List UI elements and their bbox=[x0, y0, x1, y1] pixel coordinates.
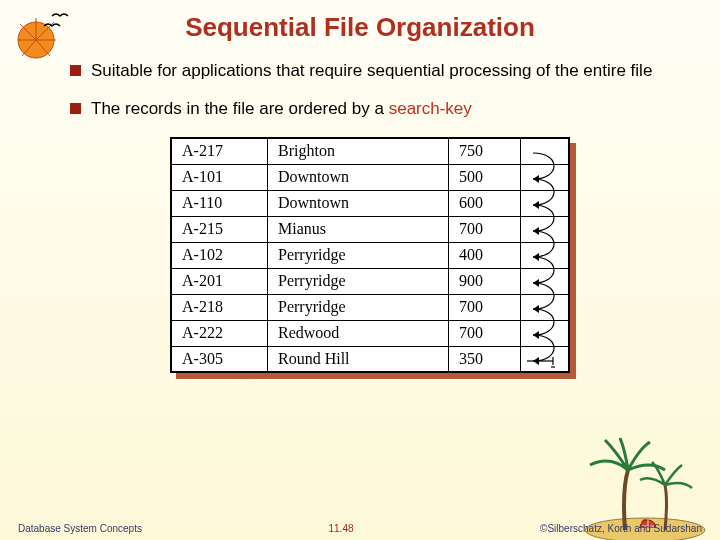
bullet-marker-icon bbox=[70, 65, 81, 76]
table-row: A-217Brighton750 bbox=[171, 138, 569, 164]
record-pointer bbox=[521, 242, 569, 268]
sun-birds-decoration bbox=[6, 8, 76, 63]
table-row: A-102Perryridge400 bbox=[171, 242, 569, 268]
table-row: A-201Perryridge900 bbox=[171, 268, 569, 294]
table-row: A-215Mianus700 bbox=[171, 216, 569, 242]
record-value: 600 bbox=[448, 190, 520, 216]
record-id: A-101 bbox=[171, 164, 267, 190]
record-location: Redwood bbox=[267, 320, 448, 346]
footer-page-number: 11.48 bbox=[329, 523, 354, 534]
table-row: A-101Downtown500 bbox=[171, 164, 569, 190]
record-location: Downtown bbox=[267, 190, 448, 216]
bullet-marker-icon bbox=[70, 103, 81, 114]
record-value: 750 bbox=[448, 138, 520, 164]
bullet-2-text: The records in the file are ordered by a… bbox=[91, 99, 472, 119]
record-pointer bbox=[521, 138, 569, 164]
record-location: Perryridge bbox=[267, 294, 448, 320]
record-pointer bbox=[521, 294, 569, 320]
record-id: A-201 bbox=[171, 268, 267, 294]
table-row: A-222Redwood700 bbox=[171, 320, 569, 346]
record-value: 900 bbox=[448, 268, 520, 294]
record-id: A-222 bbox=[171, 320, 267, 346]
search-key-keyword: search-key bbox=[389, 99, 472, 118]
record-pointer bbox=[521, 190, 569, 216]
slide-title: Sequential File Organization bbox=[0, 0, 720, 43]
record-location: Perryridge bbox=[267, 242, 448, 268]
bullet-2: The records in the file are ordered by a… bbox=[70, 99, 670, 119]
table-row: A-110Downtown600 bbox=[171, 190, 569, 216]
record-id: A-305 bbox=[171, 346, 267, 372]
table-row: A-305Round Hill350 bbox=[171, 346, 569, 372]
record-id: A-218 bbox=[171, 294, 267, 320]
record-pointer bbox=[521, 346, 569, 372]
records-table: A-217Brighton750A-101Downtown500A-110Dow… bbox=[170, 137, 570, 373]
record-location: Round Hill bbox=[267, 346, 448, 372]
footer-left: Database System Concepts bbox=[18, 523, 142, 534]
record-id: A-110 bbox=[171, 190, 267, 216]
record-value: 350 bbox=[448, 346, 520, 372]
footer: Database System Concepts 11.48 ©Silbersc… bbox=[0, 523, 720, 534]
record-value: 700 bbox=[448, 216, 520, 242]
record-value: 700 bbox=[448, 320, 520, 346]
record-location: Brighton bbox=[267, 138, 448, 164]
bullet-1: Suitable for applications that require s… bbox=[70, 61, 670, 81]
record-location: Mianus bbox=[267, 216, 448, 242]
record-id: A-217 bbox=[171, 138, 267, 164]
record-pointer bbox=[521, 164, 569, 190]
table-row: A-218Perryridge700 bbox=[171, 294, 569, 320]
record-pointer bbox=[521, 320, 569, 346]
records-figure: A-217Brighton750A-101Downtown500A-110Dow… bbox=[170, 137, 570, 373]
record-id: A-215 bbox=[171, 216, 267, 242]
content-area: Suitable for applications that require s… bbox=[0, 43, 720, 373]
record-value: 400 bbox=[448, 242, 520, 268]
record-id: A-102 bbox=[171, 242, 267, 268]
record-value: 700 bbox=[448, 294, 520, 320]
footer-copyright: ©Silberschatz, Korth and Sudarshan bbox=[540, 523, 702, 534]
record-pointer bbox=[521, 216, 569, 242]
record-location: Perryridge bbox=[267, 268, 448, 294]
record-value: 500 bbox=[448, 164, 520, 190]
record-location: Downtown bbox=[267, 164, 448, 190]
record-pointer bbox=[521, 268, 569, 294]
bullet-1-text: Suitable for applications that require s… bbox=[91, 61, 652, 81]
